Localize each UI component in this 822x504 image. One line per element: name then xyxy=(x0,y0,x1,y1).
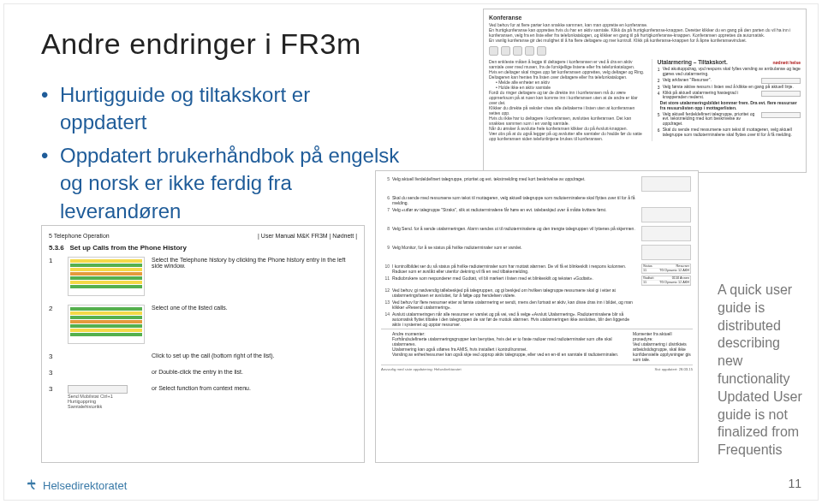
manual-step-num: 3 xyxy=(49,353,61,360)
doc-footer-right: Momenter fra aktuell prosedyre: Ved utal… xyxy=(633,331,693,362)
step-num: 14 xyxy=(381,311,390,317)
caption-block: A quick user guide is distributed descri… xyxy=(709,282,807,463)
step-num: 12 xyxy=(381,288,390,293)
step-text: Velg «utfør av talegruppe "Straks", slik… xyxy=(392,207,639,212)
doc-meta-left: Ansvarlig med siste oppdatering: Helsedi… xyxy=(381,367,462,371)
doc-a-left-step-2: En vanlig konferanse gir det mulighet ti… xyxy=(489,38,801,43)
doc-a-left-p: Fordi du ringer deltagere og tar de dire… xyxy=(489,90,646,105)
manual-header-right: | User Manual M&K FR3M | Nødnett | xyxy=(258,233,357,239)
doc-a-left-p: Hvis du ikke har to deltagere i konferan… xyxy=(489,116,646,126)
doc-a-left-p: Hvis en deltager skal ringes opp før kon… xyxy=(489,69,646,80)
step-text: Velg Send. for å sende utalarmeringen. A… xyxy=(392,226,639,231)
step-num: 11 xyxy=(381,276,390,281)
step-num: 9 xyxy=(381,245,390,250)
caption-line-2: Updated User guide is not finalized from… xyxy=(718,388,807,460)
step-num: 1 xyxy=(658,67,660,72)
mini-ui-box xyxy=(641,226,691,241)
doc-a-left-p: Vær obs på at du også legger på og avslu… xyxy=(489,131,646,141)
step-num: 7 xyxy=(381,207,390,212)
doc-a-title: Konferanse xyxy=(489,15,801,21)
manual-step-text: Select the Telephone history by clicking… xyxy=(152,257,357,269)
nodnett-logo: nødnett helse xyxy=(772,60,801,65)
step-text: Skal du sende med ressursene som tekst t… xyxy=(392,195,639,205)
mini-ui-box xyxy=(641,207,691,222)
doc-thumbnail-user-manual: 5 Telephone Operation | User Manual M&K … xyxy=(41,225,365,463)
manual-step-text: or Select function from context menu. xyxy=(152,385,357,391)
step-text: Ved akuttoppdrag, vpd respons skal fylle… xyxy=(663,67,801,77)
step-text: Klikk på aktuell utalarmering hastegrad … xyxy=(663,91,759,101)
manual-step-text: Click to set up the call (bottom right o… xyxy=(152,353,357,359)
mini-ui-box xyxy=(761,78,801,84)
step-num: 5 xyxy=(381,176,390,181)
step-text: Det store utalarmeringsbildet kommer fre… xyxy=(660,101,801,111)
toolbar-icon xyxy=(501,46,510,56)
manual-screenshot xyxy=(68,257,145,296)
step-num: 2 xyxy=(658,78,660,83)
helsedirektoratet-logo: Helsedirektoratet xyxy=(24,478,127,492)
step-text: Velg arkfanen "Resurser". xyxy=(663,78,759,83)
step-text: Radiobrukere som responderer med Godtatt… xyxy=(392,276,639,281)
step-text: Skal du sende med ressursene som tekst t… xyxy=(663,127,801,138)
step-num: 5 xyxy=(658,112,660,117)
mini-ui-box xyxy=(641,245,691,260)
manual-step-num: 1 xyxy=(49,257,61,264)
step-text: Ved behov, gi nødvendig tallebeskjed på … xyxy=(392,288,639,298)
status-table: Godtatt0150 Annen11TG Dynamic 12 AKH xyxy=(641,276,691,286)
doc-a-right-col: Utalarmering – Tiltakskort. nødnett hels… xyxy=(652,59,801,141)
ctx-menu-item: Samtalehistorikk xyxy=(68,404,102,409)
step-num: 3 xyxy=(658,85,660,90)
doc-a-left-p: Klikker du direkte på veksler vises alle… xyxy=(489,105,646,116)
toolbar-icon xyxy=(513,46,522,56)
doc-thumbnail-konferanse: Konferanse Ved behov for at flere parter… xyxy=(483,9,807,173)
section-title: Set up Calls from the Phone History xyxy=(69,244,186,252)
step-num: 13 xyxy=(381,299,390,305)
doc-thumbnail-tiltakskort-cont: 5Velg aktuell ferdeldefinert talegruppe,… xyxy=(375,170,699,463)
toolbar-icon xyxy=(489,46,498,56)
bullet-1: Hurtigguide og tiltakskort er oppdatert xyxy=(41,81,401,137)
caption-line-1: A quick user guide is distributed descri… xyxy=(718,282,807,388)
step-text: Avslutt utalarmeringen når alle ressurse… xyxy=(392,311,639,327)
manual-step-text: or Double-click the entry in the list. xyxy=(152,369,357,375)
step-num: 10 xyxy=(381,264,390,269)
status-table: StatusResurser11TG Dynamic 12 AKH xyxy=(641,264,691,274)
doc-meta-right: Sist oppdatert: 28.03.15 xyxy=(655,367,693,371)
context-menu-icon xyxy=(68,385,128,394)
manual-step-num: 3 xyxy=(49,385,61,393)
doc-a-left-p: Den enkleste måten å legge til deltagere… xyxy=(489,59,646,69)
doc-a-left-step-1: En hurtigkonferanse kan opprettes hvis d… xyxy=(489,27,801,38)
step-text: Ved behov for flere ressurser etter at f… xyxy=(392,299,639,310)
step-num: 6 xyxy=(658,127,660,133)
step-num: 6 xyxy=(381,195,390,200)
step-text: Velg første aktive ressurs i listen ved … xyxy=(663,85,801,90)
step-num: 8 xyxy=(381,226,390,231)
doc-a-right-header: Utalarmering – Tiltakskort. xyxy=(658,59,728,65)
step-num: 4 xyxy=(658,91,660,96)
doc-a-left-col: Den enkleste måten å legge til deltagere… xyxy=(489,59,646,141)
step-text: I kontrollbildet ser du så status på hvi… xyxy=(392,264,639,274)
mini-ui-box xyxy=(761,91,801,97)
manual-screenshot xyxy=(68,305,145,344)
page-number: 11 xyxy=(788,477,801,490)
manual-step-num: 3 xyxy=(49,369,61,377)
manual-step-num: 2 xyxy=(49,305,61,312)
step-text: Velg aktuell ferdeldefinert talegruppe, … xyxy=(663,112,759,127)
section-number: 5.3.6 xyxy=(49,244,64,252)
step-text: Velg Monitor, for å se status på hvilke … xyxy=(392,245,639,250)
helsedirektoratet-mark-icon xyxy=(24,478,38,492)
toolbar-icon xyxy=(537,46,546,56)
mini-ui-box xyxy=(761,112,801,118)
step-text: Velg aktuell ferdeldefinert talegruppe, … xyxy=(392,176,639,181)
mini-ui-box xyxy=(641,176,691,192)
footer-org-name: Helsedirektoratet xyxy=(43,479,127,492)
manual-header-left: 5 Telephone Operation xyxy=(49,233,110,239)
toolbar-icon xyxy=(525,46,534,56)
manual-step-text: Select one of the listed calls. xyxy=(152,305,357,311)
doc-footer-left: Andre momenter: Forhåndsdefinerte utalar… xyxy=(392,331,630,357)
